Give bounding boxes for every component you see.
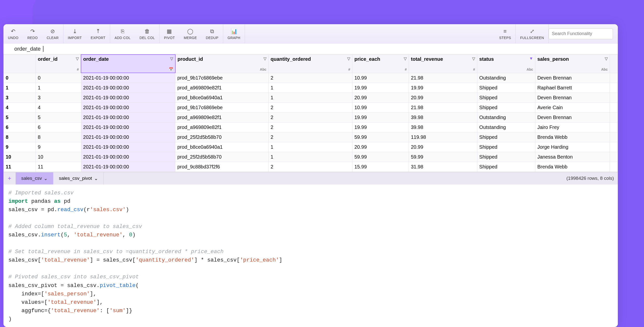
table-row[interactable]: 112021-01-19 00:00:00prod_a969809e82f111… bbox=[4, 83, 618, 92]
cell-sales_person[interactable]: Deven Brennan bbox=[535, 112, 610, 122]
cell-quantity_ordered[interactable]: 1 bbox=[268, 142, 352, 152]
cell-total_revenue[interactable]: 59.99 bbox=[409, 152, 477, 162]
cell-sales_person[interactable]: Jairo Frey bbox=[535, 122, 610, 132]
cell-order_id[interactable]: 8 bbox=[36, 132, 81, 142]
export-button[interactable]: ⤒EXPORT bbox=[86, 24, 110, 43]
filter-icon[interactable]: ▽ bbox=[605, 56, 608, 61]
cell-order_id[interactable]: 6 bbox=[36, 122, 81, 132]
cell-status[interactable]: Shipped bbox=[477, 102, 535, 112]
cell-product_id[interactable]: prod_b8ce0a6940a1 bbox=[175, 92, 268, 102]
row-index-header[interactable] bbox=[4, 54, 36, 73]
cell-total_revenue[interactable]: 19.99 bbox=[409, 83, 477, 92]
cell-order_date[interactable]: 2021-01-19 00:00:00 bbox=[81, 102, 175, 112]
column-header-sales_person[interactable]: sales_person▽Abc bbox=[535, 54, 610, 73]
steps-button[interactable]: ≡STEPS bbox=[495, 24, 516, 43]
cell-sales_person[interactable]: Brenda Webb bbox=[535, 132, 610, 142]
cell-total_revenue[interactable]: 21.98 bbox=[409, 73, 477, 83]
table-row[interactable]: 882021-01-19 00:00:00prod_25f2d5b58b7025… bbox=[4, 132, 618, 142]
cell-price_each[interactable]: 20.99 bbox=[352, 92, 409, 102]
cell-product_id[interactable]: prod_25f2d5b58b70 bbox=[175, 132, 268, 142]
cell-status[interactable]: Outstanding bbox=[477, 112, 535, 122]
filter-icon[interactable]: ▽ bbox=[76, 56, 79, 61]
cell-total_revenue[interactable]: 20.99 bbox=[409, 92, 477, 102]
cell-sales_person[interactable]: Deven Brennan bbox=[535, 92, 610, 102]
import-button[interactable]: ⤓IMPORT bbox=[64, 24, 86, 43]
cell-price_each[interactable]: 19.99 bbox=[352, 112, 409, 122]
search-input[interactable] bbox=[549, 28, 613, 39]
add-col-button[interactable]: ⎘ADD COL bbox=[110, 24, 135, 43]
undo-button[interactable]: ↶UNDO bbox=[4, 24, 23, 43]
cell-price_each[interactable]: 15.99 bbox=[352, 162, 409, 172]
cell-order_id[interactable]: 11 bbox=[36, 162, 81, 172]
cell-sales_person[interactable]: Raphael Barrett bbox=[535, 83, 610, 92]
table-row[interactable]: 10102021-01-19 00:00:00prod_25f2d5b58b70… bbox=[4, 152, 618, 162]
cell-order_date[interactable]: 2021-01-19 00:00:00 bbox=[81, 162, 175, 172]
table-row[interactable]: 662021-01-19 00:00:00prod_a969809e82f121… bbox=[4, 122, 618, 132]
column-header-status[interactable]: status▼Abc bbox=[477, 54, 535, 73]
table-row[interactable]: 552021-01-19 00:00:00prod_a969809e82f121… bbox=[4, 112, 618, 122]
cell-product_id[interactable]: prod_a969809e82f1 bbox=[175, 83, 268, 92]
pivot-button[interactable]: ▦PIVOT bbox=[160, 24, 179, 43]
cell-quantity_ordered[interactable]: 2 bbox=[268, 73, 352, 83]
cell-quantity_ordered[interactable]: 1 bbox=[268, 92, 352, 102]
cell-price_each[interactable]: 10.99 bbox=[352, 102, 409, 112]
filter-icon[interactable]: ▽ bbox=[170, 56, 173, 61]
cell-order_date[interactable]: 2021-01-19 00:00:00 bbox=[81, 152, 175, 162]
column-header-quantity_ordered[interactable]: quantity_ordered▽# bbox=[268, 54, 352, 73]
cell-status[interactable]: Shipped bbox=[477, 152, 535, 162]
row-index[interactable]: 3 bbox=[4, 92, 36, 102]
cell-status[interactable]: Outstanding bbox=[477, 122, 535, 132]
cell-order_date[interactable]: 2021-01-19 00:00:00 bbox=[81, 142, 175, 152]
filter-icon[interactable]: ▽ bbox=[264, 56, 266, 61]
cell-status[interactable]: Shipped bbox=[477, 92, 535, 102]
filter-icon[interactable]: ▼ bbox=[529, 56, 533, 61]
row-index[interactable]: 5 bbox=[4, 112, 36, 122]
cell-status[interactable]: Outstanding bbox=[477, 73, 535, 83]
cell-order_id[interactable]: 3 bbox=[36, 92, 81, 102]
cell-price_each[interactable]: 20.99 bbox=[352, 142, 409, 152]
chevron-down-icon[interactable]: ⌄ bbox=[94, 176, 98, 181]
cell-sales_person[interactable]: Jorge Harding bbox=[535, 142, 610, 152]
filter-icon[interactable]: ▽ bbox=[404, 56, 407, 61]
graph-button[interactable]: 📊GRAPH bbox=[223, 24, 245, 43]
cell-quantity_ordered[interactable]: 2 bbox=[268, 102, 352, 112]
row-index[interactable]: 8 bbox=[4, 132, 36, 142]
cell-order_date[interactable]: 2021-01-19 00:00:00 bbox=[81, 112, 175, 122]
cell-quantity_ordered[interactable]: 2 bbox=[268, 122, 352, 132]
cell-order_id[interactable]: 9 bbox=[36, 142, 81, 152]
cell-price_each[interactable]: 59.99 bbox=[352, 132, 409, 142]
cell-price_each[interactable]: 59.99 bbox=[352, 152, 409, 162]
chevron-down-icon[interactable]: ⌄ bbox=[44, 176, 48, 181]
row-index[interactable]: 0 bbox=[4, 73, 36, 83]
row-index[interactable]: 9 bbox=[4, 142, 36, 152]
add-sheet-button[interactable]: + bbox=[4, 172, 16, 184]
table-row[interactable]: 11112021-01-19 00:00:00prod_9c88bd37f2f6… bbox=[4, 162, 618, 172]
row-index[interactable]: 10 bbox=[4, 152, 36, 162]
merge-button[interactable]: ◯MERGE bbox=[179, 24, 201, 43]
cell-order_id[interactable]: 0 bbox=[36, 73, 81, 83]
fullscreen-button[interactable]: ⤢FULLSCREEN bbox=[516, 24, 548, 43]
cell-price_each[interactable]: 10.99 bbox=[352, 73, 409, 83]
cell-order_date[interactable]: 2021-01-19 00:00:00 bbox=[81, 92, 175, 102]
cell-quantity_ordered[interactable]: 1 bbox=[268, 152, 352, 162]
cell-product_id[interactable]: prod_b8ce0a6940a1 bbox=[175, 142, 268, 152]
cell-total_revenue[interactable]: 39.98 bbox=[409, 122, 477, 132]
cell-total_revenue[interactable]: 39.98 bbox=[409, 112, 477, 122]
cell-status[interactable]: Shipped bbox=[477, 132, 535, 142]
row-index[interactable]: 6 bbox=[4, 122, 36, 132]
cell-total_revenue[interactable]: 21.98 bbox=[409, 102, 477, 112]
cell-status[interactable]: Shipped bbox=[477, 142, 535, 152]
cell-quantity_ordered[interactable]: 2 bbox=[268, 132, 352, 142]
code-panel[interactable]: # Imported sales.csv import pandas as pd… bbox=[4, 184, 618, 327]
table-row[interactable]: 332021-01-19 00:00:00prod_b8ce0a6940a112… bbox=[4, 92, 618, 102]
column-header-product_id[interactable]: product_id▽Abc bbox=[175, 54, 268, 73]
cell-order_date[interactable]: 2021-01-19 00:00:00 bbox=[81, 132, 175, 142]
column-header-order_date[interactable]: order_date▽📅 bbox=[81, 54, 175, 73]
cell-price_each[interactable]: 19.99 bbox=[352, 122, 409, 132]
table-row[interactable]: 442021-01-19 00:00:00prod_9b17c6869ebe21… bbox=[4, 102, 618, 112]
cell-product_id[interactable]: prod_25f2d5b58b70 bbox=[175, 152, 268, 162]
filter-icon[interactable]: ▽ bbox=[472, 56, 475, 61]
cell-order_id[interactable]: 5 bbox=[36, 112, 81, 122]
cell-sales_person[interactable]: Averie Cain bbox=[535, 102, 610, 112]
cell-status[interactable]: Shipped bbox=[477, 83, 535, 92]
